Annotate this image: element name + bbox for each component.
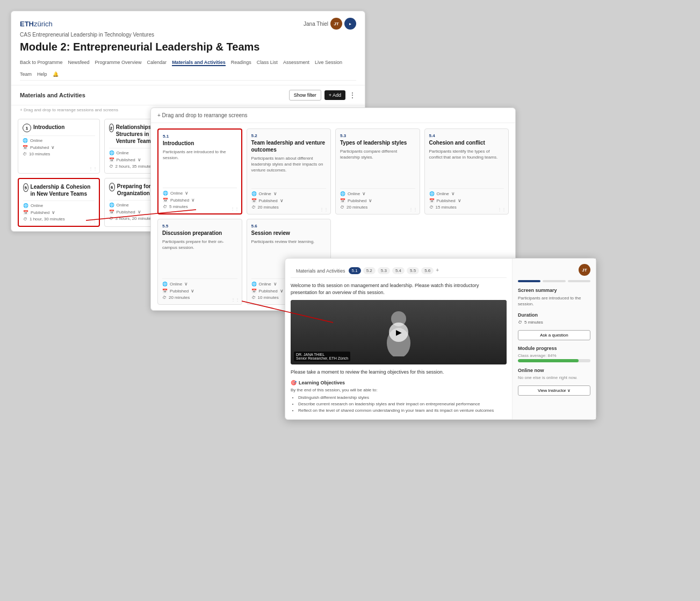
avatar-2[interactable]: ▸ [344,18,356,30]
clock-icon: ⏱ [518,320,522,325]
screen-card-52[interactable]: 5.2 Team leadership and venture outcomes… [247,128,331,214]
screen-number-55: 5.5 [162,224,237,228]
list-item: Distinguish different leadership styles [298,395,507,401]
drag-handle-1[interactable]: ⋮⋮ [89,166,97,171]
nav-programme[interactable]: Programme Overview [95,60,142,66]
section-title: Materials and Activities [20,92,85,98]
screen-meta-53: 🌐Online∨ 📅Published∨ ⏱20 minutes [340,188,415,210]
drag-handle-52[interactable]: ⋮⋮ [320,207,328,212]
nav-materials[interactable]: Materials and Activities [172,60,226,66]
meta-status-53: 🌐Online∨ [340,191,415,196]
online-section: Online now No one else is online right n… [518,368,590,380]
tab-52[interactable]: 5.2 [363,267,376,274]
screen-meta-52: 🌐Online∨ 📅Published∨ ⏱20 minutes [251,188,327,210]
session-title-row-5: 5 Leadership & Cohesion in New Venture T… [23,183,95,197]
tab-56[interactable]: 5.6 [421,267,434,274]
screen-card-54[interactable]: 5.4 Cohesion and conflict Participants i… [424,128,509,214]
video-label: DR. JANA THIEL Senior Researcher, ETH Zü… [294,352,350,361]
session-number-2: 2 [109,124,114,132]
nav-assessment[interactable]: Assessment [283,60,309,66]
sidebar-progress-top [518,280,590,282]
screen-title-54: Cohesion and conflict [429,139,504,146]
nav-bell[interactable]: 🔔 [53,71,59,77]
tab-54[interactable]: 5.4 [392,267,405,274]
progress-segment-3 [568,280,590,282]
learning-objectives-section: 🎯 Learning Objectives By the end of this… [291,380,507,414]
meta-publish-55: 📅Published∨ [162,288,237,294]
add-button[interactable]: + Add [324,90,345,100]
screen-title-52: Team leadership and venture outcomes [251,139,327,153]
meta-status-55: 🌐Online∨ [162,281,237,287]
progress-bar-fill [518,359,579,362]
screen-summary-title: Screen summary [518,288,590,293]
nav-back[interactable]: Back to Programme [20,60,63,66]
screen-number-56: 5.6 [251,224,327,228]
nav-newsfeed[interactable]: Newsfeed [68,60,90,66]
list-item: Reflect on the level of shared common un… [298,407,507,414]
screen-meta-54: 🌐Online∨ 📅Published∨ ⏱15 minutes [429,188,504,210]
tab-55[interactable]: 5.5 [407,267,419,274]
session-card-5[interactable]: 5 Leadership & Cohesion in New Venture T… [18,178,100,227]
avatar[interactable]: JT [330,18,342,30]
nav-readings[interactable]: Readings [231,60,251,66]
drag-handle-54[interactable]: ⋮⋮ [497,207,506,212]
sidebar-avatar: JT [579,264,590,276]
sidebar-user-area: JT [518,264,590,276]
ask-question-button[interactable]: Ask a question [518,330,590,340]
nav-calendar[interactable]: Calendar [147,60,167,66]
meta-status-52: 🌐Online∨ [251,191,327,196]
nav-help[interactable]: Help [37,71,47,77]
session-number-5: 5 [23,183,28,192]
session-number-6: 6 [109,183,115,191]
progress-segment-2 [543,280,565,282]
eth-logo: ETHzürich [20,20,53,28]
meta-publish-1: 📅Published∨ [23,145,95,150]
meta-duration-5: ⏱1 hour, 30 minutes [23,217,95,221]
nav-livesession[interactable]: Live Session [315,60,342,66]
drag-handle-55[interactable]: ⋮⋮ [231,297,240,302]
panel-header: ETHzürich Jana Thiel JT ▸ CAS Entreprene… [11,11,365,85]
drag-handle-51[interactable]: ⋮⋮ [230,206,239,211]
toolbar-right: Show filter + Add ⋮ [289,90,356,101]
meta-publish-54: 📅Published∨ [429,198,504,203]
screen-number-52: 5.2 [251,133,327,138]
screen-desc-56: Participants review their learning. [251,239,327,245]
tab-53[interactable]: 5.3 [378,267,390,274]
screen-card-55[interactable]: 5.5 Discussion preparation Participants … [157,219,242,305]
tab-add[interactable]: + [436,267,439,274]
progress-segment-1 [518,280,540,282]
play-button[interactable]: ▶ [389,323,408,342]
session-card-1[interactable]: 1 Introduction 🌐Online 📅Published∨ ⏱10 m… [18,119,100,174]
nav-bar: Back to Programme Newsfeed Programme Ove… [20,58,356,81]
more-icon[interactable]: ⋮ [349,91,356,99]
drag-handle-53[interactable]: ⋮⋮ [409,207,417,212]
meta-publish-5: 📅Published∨ [23,210,95,215]
screen-number-51: 5.1 [163,134,237,139]
progress-title: Module progress [518,346,590,351]
screen-desc-52: Participants learn about different leade… [251,155,327,174]
screen-card-53[interactable]: 5.3 Types of leadership styles Participa… [335,128,420,214]
video-container[interactable]: ▶ DR. JANA THIEL Senior Researcher, ETH … [291,300,507,364]
screen-main-content: Materials and Activities 5.1 5.2 5.3 5.4… [285,259,513,419]
online-text: No one else is online right now. [518,375,590,380]
nav-classlist[interactable]: Class List [257,60,278,66]
chevron-down-icon: ∨ [567,388,571,393]
drag-handle-5[interactable]: ⋮⋮ [88,219,97,224]
meta-duration-52: ⏱20 minutes [251,205,327,210]
back-to-materials[interactable]: Materials and Activities [296,268,345,274]
view-instructor-button[interactable]: View Instructor ∨ [518,385,590,396]
module-progress-section: Module progress Class average: 84% [518,346,590,362]
tab-51[interactable]: 5.1 [349,267,361,274]
welcome-text: Welcome to this session on management an… [291,282,507,296]
session-meta-1: 🌐Online 📅Published∨ ⏱10 minutes [23,135,95,156]
session-name-1: Introduction [33,124,64,131]
duration-title: Duration [518,312,590,318]
screen-title-55: Discussion preparation [162,230,237,237]
screen-desc-55: Participants prepare for their on-campus… [162,239,237,251]
drag-hint-2: + Drag and drop to rearrange screens [157,112,248,118]
screen-desc-54: Participants identify the types of confl… [429,148,504,160]
show-filter-button[interactable]: Show filter [289,90,321,101]
learning-obj-header: 🎯 Learning Objectives [291,380,507,385]
nav-team[interactable]: Team [20,71,32,77]
screen-card-51[interactable]: 5.1 Introduction Participants are introd… [157,128,242,214]
